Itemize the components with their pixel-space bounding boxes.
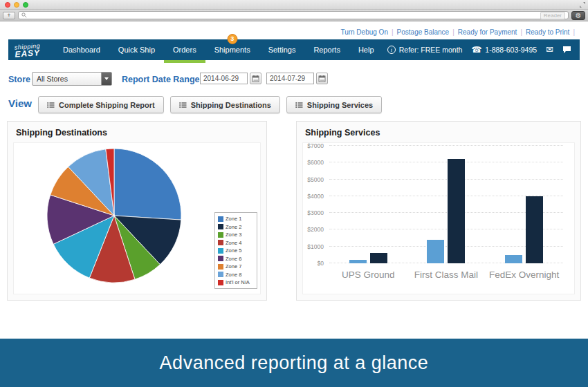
legend-label: Zone 3 [226, 232, 241, 238]
browser-titlebar [0, 0, 588, 10]
nav-item-shipments[interactable]: 3 Shipments [205, 39, 259, 60]
legend-swatch [218, 216, 223, 222]
search-icon [21, 12, 27, 18]
y-tick-label: $6000 [307, 159, 324, 166]
bar-group: UPS Ground [349, 253, 387, 263]
link-separator: | [388, 28, 397, 36]
gridline [329, 145, 563, 146]
bar-y-axis: $0$1000$2000$3000$4000$5000$6000$7000 [303, 149, 327, 263]
legend-swatch [218, 256, 223, 261]
account-links: Turn Debug On|Postage Balance|Ready for … [340, 28, 578, 36]
link-turn-debug-on[interactable]: Turn Debug On [340, 28, 388, 36]
gear-icon[interactable]: ⚙ [571, 11, 585, 20]
bar-chart-area: $0$1000$2000$3000$4000$5000$6000$7000 UP… [302, 142, 575, 294]
legend-label: Zone 7 [226, 263, 241, 270]
calendar-icon [318, 75, 326, 82]
date-from-calendar-button[interactable] [250, 73, 261, 84]
legend-item: Zone 6 [218, 256, 254, 262]
legend-label: Zone 4 [226, 240, 241, 246]
date-to-calendar-button[interactable] [316, 73, 328, 84]
pie-legend: Zone 1Zone 2Zone 3Zone 4Zone 5Zone 6Zone… [214, 212, 257, 289]
shipping-services-button[interactable]: Shipping Services [286, 96, 382, 113]
nav-right-utilities: i Refer: FREE month ☎ 1-888-603-9495 ✉ [387, 39, 580, 60]
bottom-banner: Advanced reporting at a glance [0, 339, 588, 387]
bar-group: First Class Mail [427, 159, 465, 263]
link-separator: | [569, 28, 578, 36]
legend-swatch [218, 248, 223, 254]
bar-plot: UPS GroundFirst Class MailFedEx Overnigh… [329, 149, 563, 263]
shippingeasy-logo[interactable]: shipping EASY [8, 38, 55, 62]
nav-item-label: Quick Ship [118, 46, 155, 54]
y-tick-label: $1000 [307, 243, 324, 250]
panel-title: Shipping Destinations [8, 122, 266, 141]
nav-item-help[interactable]: Help [349, 39, 383, 60]
pie-chart-area: Zone 1Zone 2Zone 3Zone 4Zone 5Zone 6Zone… [13, 142, 261, 294]
zoom-window-button[interactable] [23, 2, 28, 8]
shipments-count-badge: 3 [227, 34, 237, 44]
nav-item-label: Dashboard [63, 46, 100, 54]
bar-category-label: First Class Mail [414, 270, 478, 280]
refer-link[interactable]: i Refer: FREE month [387, 46, 463, 54]
nav-item-reports[interactable]: Reports [304, 39, 349, 60]
nav-item-dashboard[interactable]: Dashboard [54, 39, 109, 60]
reader-button[interactable]: Reader [540, 12, 565, 19]
y-tick-label: $7000 [307, 142, 324, 149]
link-separator: | [449, 28, 458, 36]
list-icon [295, 102, 303, 108]
bar-category-label: UPS Ground [342, 270, 395, 280]
y-tick-label: $0 [318, 260, 324, 267]
bar-category-label: FedEx Overnight [489, 270, 559, 280]
link-ready-for-payment[interactable]: Ready for Payment [458, 28, 517, 36]
email-icon[interactable]: ✉ [546, 46, 553, 54]
phone-contact[interactable]: ☎ 1-888-603-9495 [471, 46, 537, 54]
shipping-destinations-panel: Shipping Destinations Zone 1Zone 2Zone 3… [7, 121, 267, 301]
y-tick-label: $3000 [307, 209, 324, 216]
bar [526, 196, 543, 263]
store-select[interactable]: All Stores [32, 72, 112, 86]
link-ready-to-print[interactable]: Ready to Print [526, 28, 569, 36]
legend-swatch [218, 264, 223, 270]
legend-item: Zone 3 [218, 232, 254, 238]
button-label: Complete Shipping Report [59, 101, 155, 109]
bar [448, 159, 465, 263]
nav-item-settings[interactable]: Settings [259, 39, 305, 60]
nav-item-orders[interactable]: Orders [164, 39, 205, 60]
shipping-destinations-button[interactable]: Shipping Destinations [170, 96, 280, 113]
nav-item-quick-ship[interactable]: Quick Ship [109, 39, 164, 60]
legend-swatch [218, 224, 223, 229]
window-controls [5, 2, 28, 8]
pie-slice [114, 149, 181, 220]
nav-item-label: Help [358, 46, 374, 54]
bar-group: FedEx Overnight [505, 196, 543, 263]
nav-item-label: Reports [313, 46, 340, 54]
close-window-button[interactable] [5, 2, 10, 8]
legend-swatch [218, 280, 223, 285]
store-select-value: All Stores [33, 73, 101, 85]
legend-swatch [218, 272, 223, 277]
url-bar[interactable]: Reader [18, 11, 569, 19]
view-label: View [8, 97, 32, 109]
date-from-input[interactable] [200, 73, 248, 84]
legend-item: Int'l or N/A [218, 279, 254, 285]
logo-text-bottom: EASY [15, 48, 55, 57]
nav-item-label: Orders [173, 46, 196, 54]
panel-title: Shipping Services [297, 122, 580, 141]
legend-label: Zone 6 [226, 256, 241, 262]
new-tab-button[interactable]: + [3, 12, 15, 19]
link-separator: | [517, 28, 526, 36]
url-input[interactable] [29, 12, 538, 19]
legend-item: Zone 4 [218, 240, 254, 246]
date-to-input[interactable] [266, 73, 314, 84]
store-label: Store [8, 75, 30, 84]
legend-swatch [218, 232, 223, 238]
fullscreen-icon[interactable] [580, 2, 585, 8]
y-tick-label: $5000 [307, 176, 324, 183]
screen: + Reader ⚙ Turn Debug On|Postage Balance… [0, 0, 588, 387]
link-postage-balance[interactable]: Postage Balance [397, 28, 450, 36]
minimize-window-button[interactable] [14, 2, 19, 8]
complete-shipping-report-button[interactable]: Complete Shipping Report [38, 96, 164, 113]
button-label: Shipping Services [307, 101, 373, 109]
chat-icon[interactable] [562, 46, 571, 54]
list-icon [47, 102, 55, 108]
legend-item: Zone 8 [218, 272, 254, 278]
